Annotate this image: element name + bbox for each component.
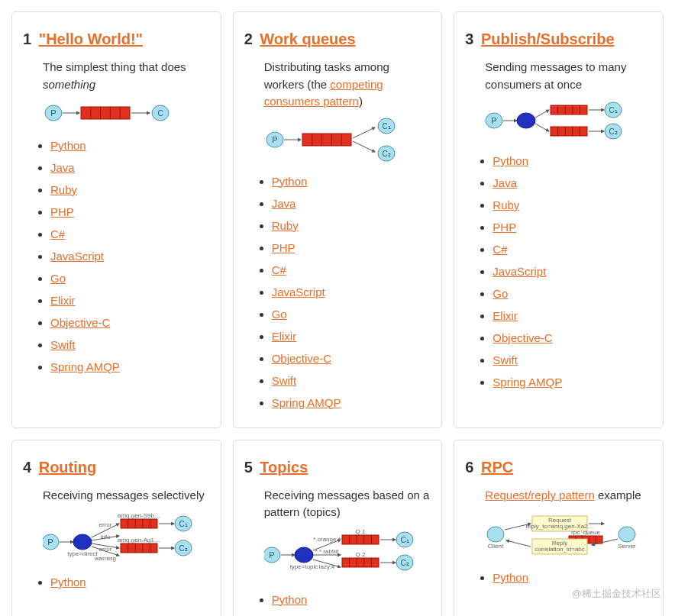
svg-point-28 [517, 113, 535, 128]
tutorial-card-2: 2 Work queuesDistributing tasks among wo… [233, 11, 443, 428]
language-link[interactable]: PHP [493, 221, 516, 234]
list-item: C# [493, 238, 652, 260]
svg-text:P: P [492, 116, 497, 125]
card-title-link[interactable]: Publish/Subscribe [481, 31, 614, 47]
language-link[interactable]: JavaScript [493, 265, 546, 278]
svg-line-38 [535, 124, 549, 131]
card-title: 3 Publish/Subscribe [465, 31, 652, 48]
tutorial-card-3: 3 Publish/SubscribeSending messages to m… [454, 11, 664, 428]
svg-text:P: P [50, 108, 56, 118]
list-item: JavaScript [50, 245, 210, 267]
language-link[interactable]: Java [272, 197, 296, 210]
desc-em: something [43, 78, 95, 91]
svg-text:C₂: C₂ [400, 559, 409, 567]
card-title: 1 "Hello World!" [23, 31, 210, 48]
language-link[interactable]: C# [272, 263, 286, 276]
card-number: 5 [244, 459, 253, 476]
tutorial-card-6: 6 RPCRequest/reply pattern example Clien… [454, 440, 664, 617]
language-link[interactable]: Elixir [272, 330, 297, 343]
language-link[interactable]: Spring AMQP [493, 376, 562, 389]
language-link[interactable]: C# [50, 227, 65, 240]
language-link[interactable]: Spring AMQP [272, 396, 341, 409]
card-number: 3 [465, 31, 473, 47]
card-number: 4 [23, 459, 31, 476]
svg-text:P: P [47, 537, 53, 547]
card-title-link[interactable]: Topics [260, 459, 308, 476]
svg-text:amq.gen-S9b…: amq.gen-S9b… [118, 512, 160, 519]
language-link[interactable]: PHP [272, 241, 296, 254]
diagram-simple: P C [43, 99, 180, 127]
language-list: PythonJavaRubyPHPC#JavaScriptGoElixirObj… [244, 170, 431, 414]
list-item: PHP [272, 237, 431, 259]
card-description: Distributing tasks among workers (the co… [264, 59, 431, 111]
language-link[interactable]: Swift [50, 338, 76, 351]
diagram-workqueue: P C₁ C₂ [264, 117, 417, 163]
language-link[interactable]: Objective-C [272, 352, 331, 365]
svg-text:error: error [99, 546, 112, 553]
list-item: Go [493, 282, 652, 305]
language-link[interactable]: Ruby [493, 198, 519, 211]
language-link[interactable]: Swift [493, 353, 518, 366]
list-item: Objective-C [50, 311, 210, 334]
desc-link[interactable]: Request/reply pattern [485, 489, 594, 502]
list-item: Python [493, 566, 652, 589]
language-link[interactable]: C# [493, 243, 507, 256]
list-item: C# [50, 223, 210, 245]
language-link[interactable]: Python [493, 154, 528, 167]
language-link[interactable]: Python [272, 593, 308, 606]
language-link[interactable]: JavaScript [50, 250, 104, 263]
language-link[interactable]: Python [272, 175, 308, 188]
language-link[interactable]: Spring AMQP [50, 360, 120, 373]
language-link[interactable]: JavaScript [272, 285, 325, 298]
tutorial-card-1: 1 "Hello World!"The simplest thing that … [11, 11, 221, 428]
language-link[interactable]: Ruby [272, 219, 299, 232]
svg-text:type=direct: type=direct [67, 550, 98, 557]
svg-rect-30 [551, 105, 587, 114]
list-item: Objective-C [493, 327, 652, 349]
language-link[interactable]: Objective-C [50, 316, 110, 329]
language-link[interactable]: Python [50, 139, 86, 152]
svg-rect-60 [121, 519, 157, 528]
svg-line-19 [353, 127, 375, 138]
svg-text:C₁: C₁ [400, 536, 409, 544]
language-link[interactable]: Go [493, 287, 508, 300]
svg-text:amq.gen-Ag1…: amq.gen-Ag1… [118, 537, 160, 543]
card-title-link[interactable]: RPC [481, 459, 513, 476]
svg-text:C₂: C₂ [382, 150, 390, 158]
language-link[interactable]: Objective-C [493, 331, 552, 344]
desc-text: Receiving messages based on a pattern (t… [264, 489, 430, 519]
list-item: Swift [50, 334, 210, 356]
language-link[interactable]: Ruby [50, 183, 77, 196]
list-item: Java [272, 192, 431, 214]
svg-rect-39 [551, 127, 587, 136]
language-link[interactable]: Go [50, 272, 66, 285]
language-link[interactable]: Elixir [493, 309, 518, 322]
language-link[interactable]: Python [50, 576, 86, 589]
card-number: 6 [465, 459, 473, 476]
card-title-link[interactable]: Work queues [260, 31, 355, 47]
list-item: Objective-C [272, 347, 431, 369]
language-link[interactable]: Go [272, 308, 287, 321]
language-link[interactable]: Java [50, 161, 75, 174]
list-item: Python [50, 134, 210, 156]
language-link[interactable]: Elixir [50, 294, 76, 307]
card-title-link[interactable]: "Hello World!" [39, 31, 143, 47]
language-list: Python [465, 566, 652, 589]
list-item: Ruby [493, 194, 652, 216]
language-link[interactable]: Swift [272, 374, 297, 387]
language-link[interactable]: PHP [50, 205, 74, 218]
diagram-rpc: Client Requestreply_to=amq.gen-Xa2… rpc_… [485, 510, 645, 559]
list-item: Ruby [272, 214, 431, 237]
svg-text:correlation_id=abc: correlation_id=abc [535, 546, 586, 553]
card-title-link[interactable]: Routing [39, 459, 97, 476]
svg-text:type=topic: type=topic [289, 563, 318, 570]
svg-text:info: info [101, 534, 111, 540]
list-item: Swift [493, 349, 652, 371]
svg-text:Q 2: Q 2 [355, 551, 365, 558]
language-link[interactable]: Java [493, 176, 517, 189]
language-link[interactable]: Python [493, 571, 528, 584]
list-item: Spring AMQP [493, 371, 652, 393]
svg-point-120 [618, 527, 635, 542]
diagram-container: P type=direct error info error warning a… [43, 510, 210, 563]
language-list: Python [244, 589, 431, 611]
